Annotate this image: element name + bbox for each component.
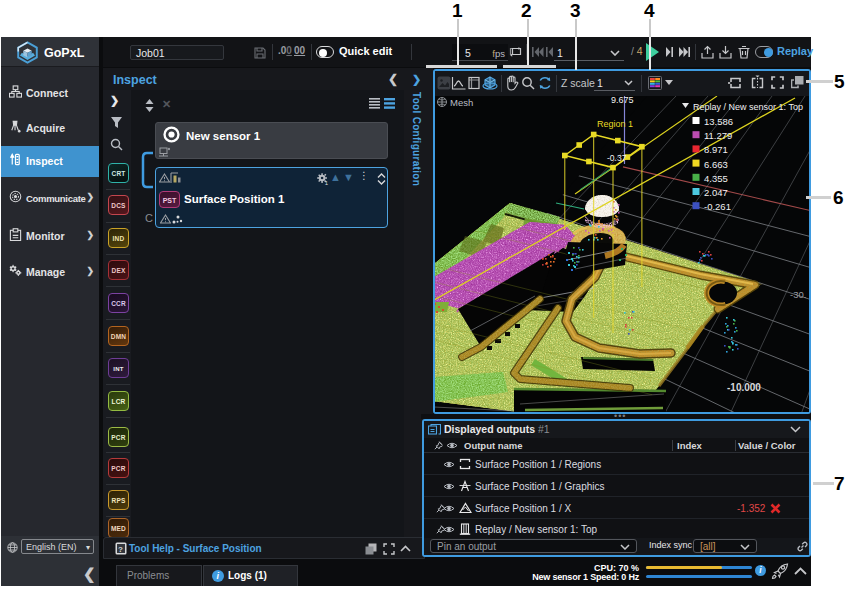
svg-text:Region 1: Region 1 xyxy=(597,119,633,129)
svg-text:Replay / New sensor 1: Top: Replay / New sensor 1: Top xyxy=(693,102,803,112)
svg-text:-0.261: -0.261 xyxy=(704,201,731,212)
svg-text:4.355: 4.355 xyxy=(704,173,728,184)
svg-text:-10.000: -10.000 xyxy=(727,382,761,393)
svg-text:?: ? xyxy=(118,545,123,554)
svg-text:1: 1 xyxy=(325,180,329,185)
svg-text:13.586: 13.586 xyxy=(704,116,733,127)
svg-text:2.047: 2.047 xyxy=(704,187,728,198)
svg-text:Mesh: Mesh xyxy=(450,97,473,108)
svg-text:9.675: 9.675 xyxy=(611,96,634,105)
svg-text:-30.: -30. xyxy=(790,289,806,300)
svg-text:11.279: 11.279 xyxy=(704,130,732,141)
svg-text:-0.37: -0.37 xyxy=(607,153,627,163)
svg-text:8.971: 8.971 xyxy=(704,144,728,155)
svg-text:6.663: 6.663 xyxy=(704,159,728,170)
